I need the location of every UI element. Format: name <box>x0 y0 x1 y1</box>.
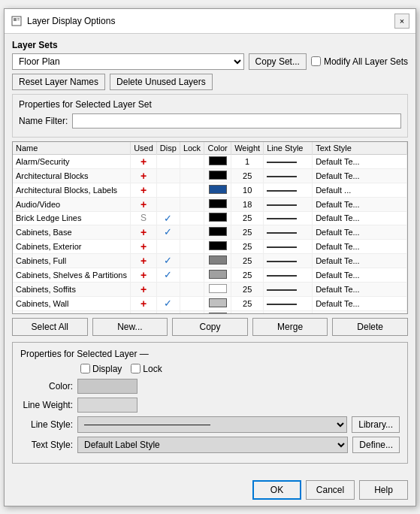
modify-all-label: Modify All Layer Sets <box>324 56 408 67</box>
line-weight-input[interactable] <box>77 398 137 413</box>
cell-weight: 25 <box>231 310 264 314</box>
table-row[interactable]: Cabinets, Soffits+25Default Te... <box>13 282 407 296</box>
cell-weight: 25 <box>231 268 264 282</box>
cell-weight: 18 <box>231 197 264 211</box>
library-button[interactable]: Library... <box>352 416 400 433</box>
layer-display-options-dialog: Layer Display Options × Layer Sets Floor… <box>4 8 416 506</box>
cell-name: Audio/Video <box>13 197 131 211</box>
name-filter-input[interactable] <box>72 113 401 128</box>
layer-sets-dropdown[interactable]: Floor Plan <box>12 53 244 70</box>
reset-delete-row: Reset Layer Names Delete Unused Layers <box>12 74 408 90</box>
cell-name: Cabinets, Soffits <box>13 282 131 296</box>
merge-button[interactable]: Merge <box>252 318 328 336</box>
display-label: Display <box>92 364 122 374</box>
cell-linestyle <box>264 282 313 296</box>
line-weight-label: Line Weight: <box>20 400 73 410</box>
ok-button[interactable]: OK <box>252 480 301 500</box>
table-row[interactable]: Cabinets, Wall Hide Dollhouse+✓25Default… <box>13 310 407 314</box>
cell-color <box>204 183 231 197</box>
cell-linestyle <box>264 154 313 168</box>
line-weight-row: Line Weight: <box>20 398 400 413</box>
table-row[interactable]: Brick Ledge LinesS✓25Default Te... <box>13 211 407 225</box>
cell-disp: ✓ <box>156 225 180 239</box>
table-body: Alarm/Security+1Default Te...Architectur… <box>13 154 407 314</box>
table-row[interactable]: Audio/Video+18Default Te... <box>13 197 407 211</box>
cell-lock <box>180 253 204 268</box>
line-style-label: Line Style: <box>20 419 73 430</box>
cell-linestyle <box>264 183 313 197</box>
cell-color <box>204 253 231 268</box>
table-row[interactable]: Cabinets, Base+✓25Default Te... <box>13 225 407 239</box>
table-row[interactable]: Architectural Blocks+25Default Te... <box>13 168 407 183</box>
cell-lock <box>180 168 204 183</box>
cell-used: + <box>131 253 157 268</box>
cell-linestyle <box>264 168 313 183</box>
cell-linestyle <box>264 253 313 268</box>
cell-name: Cabinets, Exterior <box>13 239 131 253</box>
cell-weight: 25 <box>231 239 264 253</box>
cell-textstyle: Default Te... <box>313 154 407 168</box>
cell-lock <box>180 211 204 225</box>
cell-used: + <box>131 282 157 296</box>
lock-checkbox[interactable] <box>131 364 141 373</box>
modify-all-checkbox[interactable] <box>311 56 321 66</box>
cell-linestyle <box>264 225 313 239</box>
cell-disp <box>156 183 180 197</box>
delete-unused-button[interactable]: Delete Unused Layers <box>110 74 213 90</box>
cell-used: + <box>131 296 157 310</box>
col-header-used: Used <box>131 142 157 155</box>
help-button[interactable]: Help <box>359 480 408 500</box>
new-button[interactable]: New... <box>92 318 168 336</box>
cell-linestyle <box>264 268 313 282</box>
copy-button[interactable]: Copy <box>172 318 248 336</box>
cell-lock <box>180 154 204 168</box>
cell-color <box>204 197 231 211</box>
cell-name: Cabinets, Shelves & Partitions <box>13 268 131 282</box>
reset-layer-names-button[interactable]: Reset Layer Names <box>12 74 105 90</box>
table-row[interactable]: Cabinets, Wall+✓25Default Te... <box>13 296 407 310</box>
layer-set-properties-title: Properties for Selected Layer Set <box>19 99 401 110</box>
table-row[interactable]: Architectural Blocks, Labels+10Default .… <box>13 183 407 197</box>
cell-weight: 25 <box>231 168 264 183</box>
table-row[interactable]: Cabinets, Exterior+25Default Te... <box>13 239 407 253</box>
layer-sets-row: Floor Plan Copy Set... Modify All Layer … <box>12 53 408 70</box>
table-row[interactable]: Alarm/Security+1Default Te... <box>13 154 407 168</box>
cell-color <box>204 310 231 314</box>
delete-button[interactable]: Delete <box>332 318 408 336</box>
cell-used: + <box>131 268 157 282</box>
svg-rect-2 <box>17 18 20 19</box>
copy-set-button[interactable]: Copy Set... <box>249 53 307 70</box>
cell-disp <box>156 168 180 183</box>
name-filter-row: Name Filter: <box>19 113 401 128</box>
text-style-dropdown[interactable]: Default Label Style <box>77 437 348 453</box>
table-row[interactable]: Cabinets, Full+✓25Default Te... <box>13 253 407 268</box>
display-checkbox[interactable] <box>80 364 90 373</box>
cell-lock <box>180 197 204 211</box>
select-all-button[interactable]: Select All <box>12 318 88 336</box>
cell-textstyle: Default Te... <box>313 253 407 268</box>
cell-lock <box>180 296 204 310</box>
cell-lock <box>180 310 204 314</box>
cell-weight: 25 <box>231 225 264 239</box>
cell-used: + <box>131 183 157 197</box>
col-header-color: Color <box>204 142 231 155</box>
cell-name: Cabinets, Wall <box>13 296 131 310</box>
cell-used: + <box>131 239 157 253</box>
cancel-button[interactable]: Cancel <box>306 480 355 500</box>
bottom-buttons-row: OK Cancel Help <box>5 476 415 506</box>
define-button[interactable]: Define... <box>352 437 400 453</box>
table-row[interactable]: Cabinets, Shelves & Partitions+✓25Defaul… <box>13 268 407 282</box>
cell-color <box>204 225 231 239</box>
cell-color <box>204 268 231 282</box>
display-lock-checkboxes: Display Lock <box>80 364 400 374</box>
color-swatch[interactable] <box>77 379 137 394</box>
cell-used: + <box>131 197 157 211</box>
color-row: Color: <box>20 379 400 394</box>
layer-table: Name Used Disp Lock Color Weight Line St… <box>13 142 407 314</box>
line-style-dropdown[interactable]: —————————————— <box>77 416 347 433</box>
cell-name: Cabinets, Full <box>13 253 131 268</box>
cell-weight: 10 <box>231 183 264 197</box>
cell-disp: ✓ <box>156 310 180 314</box>
close-button[interactable]: × <box>394 14 409 29</box>
cell-lock <box>180 225 204 239</box>
